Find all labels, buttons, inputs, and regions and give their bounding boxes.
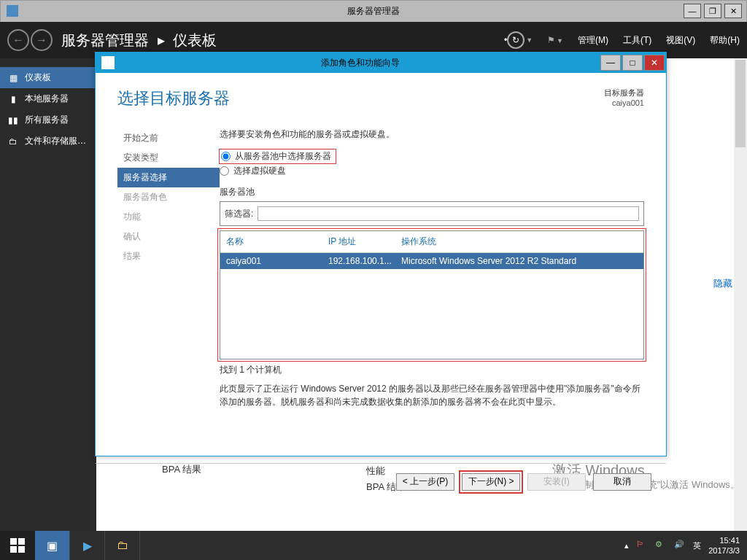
sidebar-item-all-servers[interactable]: ▮▮ 所有服务器: [0, 109, 96, 131]
column-os[interactable]: 操作系统: [401, 236, 638, 248]
sidebar-item-label: 所有服务器: [25, 114, 69, 126]
previous-button[interactable]: < 上一步(P): [396, 473, 454, 491]
step-results[interactable]: 结果: [117, 246, 220, 266]
svg-rect-1: [18, 538, 25, 545]
server-pool-table: 名称 IP 地址 操作系统 caiya001 192.168.100.1... …: [220, 230, 644, 359]
menu-help[interactable]: 帮助(H): [710, 34, 740, 47]
sidebar-item-label: 仪表板: [25, 71, 51, 84]
step-install-type[interactable]: 安装类型: [117, 148, 220, 168]
close-button[interactable]: ✕: [724, 4, 742, 18]
hide-link[interactable]: 隐藏: [713, 277, 732, 290]
sidebar-item-label: 文件和存储服…: [25, 135, 86, 147]
server-icon: ▮: [7, 93, 19, 105]
filter-input[interactable]: [258, 206, 639, 221]
svg-rect-3: [18, 546, 25, 553]
step-features[interactable]: 功能: [117, 207, 220, 227]
wizard-steps-nav: 开始之前 安装类型 服务器选择 服务器角色 功能 确认 结果: [96, 117, 220, 463]
taskbar-powershell[interactable]: ▶: [70, 531, 105, 560]
sidebar-item-dashboard[interactable]: ▦ 仪表板: [0, 67, 96, 88]
storage-icon: 🗀: [7, 136, 19, 147]
menu-view[interactable]: 视图(V): [666, 34, 695, 47]
wizard-page-title: 选择目标服务器: [117, 88, 644, 109]
refresh-icon[interactable]: ↻: [507, 31, 525, 49]
sidebar-item-label: 本地服务器: [25, 93, 69, 105]
nav-forward-button[interactable]: →: [31, 29, 53, 51]
step-confirm[interactable]: 确认: [117, 227, 220, 246]
radio-vhd-input[interactable]: [220, 166, 229, 176]
breadcrumb-app: 服务器管理器: [61, 32, 149, 48]
install-button: 安装(I): [527, 473, 586, 491]
wizard-footer: < 上一步(P) 下一步(N) > 安装(I) 取消: [96, 463, 666, 499]
server-row[interactable]: caiya001 192.168.100.1... Microsoft Wind…: [220, 253, 643, 269]
nav-back-button[interactable]: ←: [7, 29, 29, 51]
taskbar-explorer[interactable]: 🗀: [105, 531, 140, 560]
sidebar: ▦ 仪表板 ▮ 本地服务器 ▮▮ 所有服务器 🗀 文件和存储服…: [0, 58, 96, 531]
app-icon: [7, 5, 18, 17]
svg-rect-0: [10, 538, 17, 545]
next-button[interactable]: 下一步(N) >: [462, 473, 520, 491]
step-before-begin[interactable]: 开始之前: [117, 128, 220, 148]
menu-tools[interactable]: 工具(T): [623, 34, 651, 47]
ime-indicator[interactable]: 英: [693, 540, 701, 551]
add-roles-wizard-dialog: 添加角色和功能向导 — □ ✕ 选择目标服务器 目标服务器 caiya001 开…: [95, 52, 667, 456]
column-ip[interactable]: IP 地址: [328, 236, 401, 248]
instruction-text: 选择要安装角色和功能的服务器或虚拟硬盘。: [220, 128, 644, 141]
radio-select-vhd[interactable]: 选择虚拟硬盘: [220, 163, 644, 179]
server-pool-label: 服务器池: [220, 186, 644, 198]
cancel-button[interactable]: 取消: [593, 473, 651, 491]
wizard-minimize-button[interactable]: —: [600, 55, 621, 71]
wizard-title: 添加角色和功能向导: [120, 57, 600, 69]
step-server-roles[interactable]: 服务器角色: [117, 187, 220, 207]
windows-icon: [10, 538, 25, 553]
tray-sound-icon[interactable]: 🔊: [674, 540, 686, 551]
wizard-maximize-button[interactable]: □: [622, 55, 643, 71]
menu-manage[interactable]: 管理(M): [578, 34, 608, 47]
tray-network-icon[interactable]: ⚙: [655, 540, 667, 551]
taskbar-clock[interactable]: 15:41 2017/3/3: [708, 535, 740, 556]
maximize-button[interactable]: ❐: [704, 4, 721, 18]
breadcrumb: 服务器管理器 ▸ 仪表板: [61, 31, 504, 50]
minimize-button[interactable]: —: [684, 4, 701, 18]
radio-pool-input[interactable]: [221, 152, 231, 161]
breadcrumb-page: 仪表板: [173, 32, 217, 48]
sidebar-item-local-server[interactable]: ▮ 本地服务器: [0, 88, 96, 109]
wizard-close-button[interactable]: ✕: [644, 55, 665, 71]
found-count-text: 找到 1 个计算机: [220, 364, 644, 376]
column-name[interactable]: 名称: [226, 236, 328, 248]
tray-flag-icon[interactable]: 🏳: [636, 540, 648, 551]
tray-show-hidden-icon[interactable]: ▴: [624, 541, 629, 551]
footnote-text: 此页显示了正在运行 Windows Server 2012 的服务器以及那些已经…: [220, 382, 644, 408]
svg-rect-2: [10, 546, 17, 553]
flag-icon[interactable]: ⚑: [547, 35, 555, 45]
sidebar-item-file-storage[interactable]: 🗀 文件和存储服…: [0, 131, 96, 152]
filter-label: 筛选器:: [225, 208, 253, 220]
main-scrollbar[interactable]: [734, 58, 747, 531]
radio-select-from-pool[interactable]: 从服务器池中选择服务器: [220, 149, 336, 163]
taskbar-server-manager[interactable]: ▣: [35, 531, 70, 560]
dashboard-icon: ▦: [7, 72, 19, 84]
outer-window-titlebar: 服务器管理器 — ❐ ✕: [0, 0, 747, 22]
target-server-info: 目标服务器 caiya001: [604, 88, 644, 107]
taskbar: ▣ ▶ 🗀 ▴ 🏳 ⚙ 🔊 英 15:41 2017/3/3: [0, 531, 747, 560]
filter-box: 筛选器:: [220, 201, 644, 226]
step-server-selection[interactable]: 服务器选择: [117, 168, 220, 187]
servers-icon: ▮▮: [7, 114, 19, 126]
wizard-titlebar[interactable]: 添加角色和功能向导 — □ ✕: [96, 52, 666, 73]
window-title: 服务器管理器: [347, 5, 400, 18]
start-button[interactable]: [0, 531, 35, 560]
wizard-icon: [101, 56, 115, 69]
